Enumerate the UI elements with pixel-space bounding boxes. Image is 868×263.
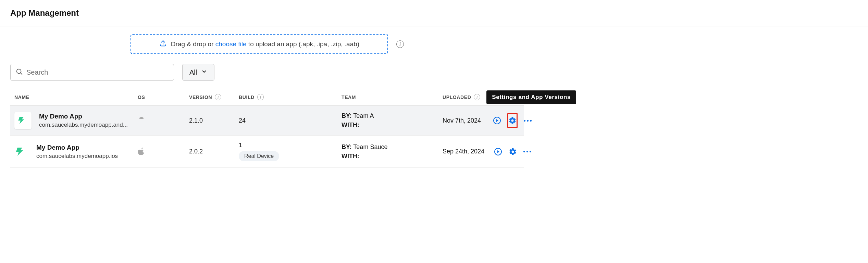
- svg-marker-8: [497, 150, 499, 153]
- svg-marker-6: [496, 119, 498, 122]
- info-icon[interactable]: i: [257, 94, 264, 100]
- more-button[interactable]: [524, 115, 532, 126]
- app-id: com.saucelabs.mydemoapp.and...: [39, 122, 128, 128]
- settings-button[interactable]: [509, 147, 517, 157]
- info-icon[interactable]: i: [215, 94, 221, 100]
- choose-file-link[interactable]: choose file: [215, 40, 247, 48]
- version-cell: 2.1.0: [189, 117, 239, 124]
- team-with-label: WITH:: [342, 153, 359, 160]
- svg-point-1: [17, 69, 21, 74]
- info-icon[interactable]: i: [396, 40, 404, 48]
- app-logo-icon: [14, 145, 29, 159]
- svg-point-4: [142, 118, 142, 118]
- svg-line-2: [21, 73, 22, 74]
- device-badge: Real Device: [239, 151, 279, 161]
- build-cell: 1: [239, 142, 342, 149]
- svg-point-3: [140, 118, 141, 118]
- upload-text-suffix: to upload an app (.apk, .ipa, .zip, .aab…: [247, 40, 360, 48]
- settings-tooltip: Settings and App Versions: [486, 90, 576, 104]
- chevron-down-icon: [201, 68, 207, 76]
- uploaded-cell: Sep 24th, 2024: [443, 148, 494, 155]
- team-by-value: Team Sauce: [353, 143, 387, 150]
- col-header-build: BUILD i: [239, 94, 342, 100]
- page-header: App Management: [0, 0, 868, 26]
- app-logo-icon: [14, 112, 32, 129]
- col-header-name: NAME: [14, 95, 138, 100]
- col-header-version: VERSION i: [189, 94, 239, 100]
- search-input[interactable]: [26, 68, 169, 76]
- uploaded-cell: Nov 7th, 2024: [443, 117, 494, 124]
- col-header-uploaded: UPLOADED i Settings and App Versions: [443, 94, 494, 100]
- more-button[interactable]: [523, 147, 532, 157]
- team-by-label: BY:: [342, 112, 352, 119]
- upload-icon: [159, 39, 167, 49]
- col-header-os: OS: [138, 95, 189, 100]
- team-by-label: BY:: [342, 143, 352, 150]
- team-with-label: WITH:: [342, 122, 359, 128]
- search-input-wrapper[interactable]: [10, 64, 174, 81]
- info-icon[interactable]: i: [474, 94, 480, 100]
- col-header-team: TEAM: [342, 95, 443, 100]
- play-button[interactable]: [493, 115, 501, 126]
- upload-text-prefix: Drag & drop or: [171, 40, 215, 48]
- play-button[interactable]: [494, 147, 503, 157]
- app-name: My Demo App: [39, 113, 128, 120]
- app-name: My Demo App: [36, 144, 118, 151]
- app-id: com.saucelabs.mydemoapp.ios: [36, 153, 118, 160]
- filter-dropdown[interactable]: All: [182, 64, 214, 81]
- table-row[interactable]: My Demo App com.saucelabs.mydemoapp.and.…: [10, 106, 524, 136]
- version-cell: 2.0.2: [189, 148, 239, 155]
- apps-table: NAME OS VERSION i BUILD i TEAM UPLOADED …: [10, 87, 524, 168]
- table-row[interactable]: My Demo App com.saucelabs.mydemoapp.ios …: [10, 136, 524, 168]
- upload-dropzone[interactable]: Drag & drop or choose file to upload an …: [131, 34, 388, 54]
- team-by-value: Team A: [353, 112, 374, 119]
- settings-button[interactable]: [507, 113, 518, 128]
- search-icon: [15, 68, 23, 77]
- filter-label: All: [189, 68, 197, 76]
- apple-icon: [138, 147, 189, 156]
- page-title: App Management: [10, 8, 858, 18]
- android-icon: [138, 116, 189, 125]
- build-cell: 24: [239, 117, 342, 124]
